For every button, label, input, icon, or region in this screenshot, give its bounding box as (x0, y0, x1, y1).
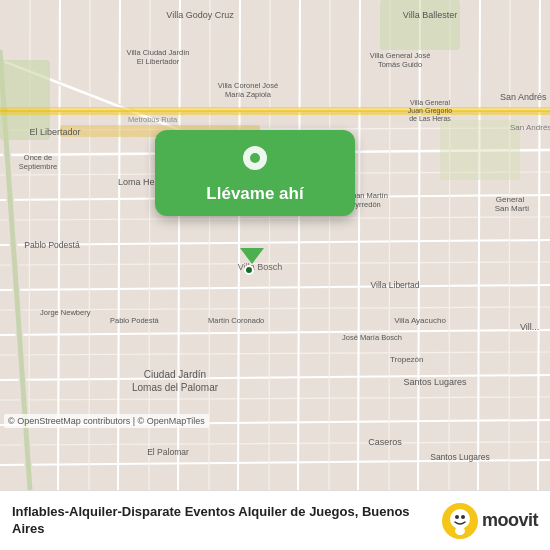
svg-text:Ciudad Jardín: Ciudad Jardín (144, 369, 206, 380)
svg-point-89 (461, 515, 465, 519)
svg-text:Jorge Newbery: Jorge Newbery (40, 308, 91, 317)
moovit-icon (442, 503, 478, 539)
svg-text:José María Bosch: José María Bosch (342, 333, 402, 342)
place-name: Inflables-Alquiler-Disparate Eventos Alq… (12, 504, 432, 538)
svg-text:María Zapiola: María Zapiola (225, 90, 272, 99)
svg-text:El Libertador: El Libertador (29, 127, 80, 137)
moovit-logo: moovit (442, 503, 538, 539)
svg-text:El Libertador: El Libertador (137, 57, 180, 66)
svg-rect-41 (380, 0, 460, 50)
svg-text:Metrobús Ruta: Metrobús Ruta (128, 115, 178, 124)
svg-text:Villa Libertad: Villa Libertad (371, 280, 420, 290)
svg-text:Villa Coronel José: Villa Coronel José (218, 81, 278, 90)
svg-text:Pablo Podestá: Pablo Podestá (24, 240, 80, 250)
popup-card[interactable]: Llévame ahí (155, 130, 355, 216)
svg-text:Santos Lugares: Santos Lugares (430, 452, 490, 462)
svg-text:Santos Lugares: Santos Lugares (403, 377, 467, 387)
popup-tail (240, 248, 264, 264)
svg-text:San Martí: San Martí (495, 204, 530, 213)
svg-text:Tropezón: Tropezón (390, 355, 424, 364)
svg-text:Martín Coronado: Martín Coronado (208, 316, 264, 325)
map-attribution: © OpenStreetMap contributors | © OpenMap… (4, 414, 209, 428)
svg-text:Juan Gregorio: Juan Gregorio (408, 107, 452, 115)
svg-text:Septiembre: Septiembre (19, 162, 57, 171)
svg-text:Villa Ayacucho: Villa Ayacucho (394, 316, 446, 325)
map-container: Villa Godoy Cruz Villa Ballester El Libe… (0, 0, 550, 490)
svg-text:Villa Ciudad Jardín: Villa Ciudad Jardín (127, 48, 190, 57)
map-location-dot (244, 265, 254, 275)
svg-point-88 (455, 515, 459, 519)
popup-label: Llévame ahí (206, 184, 303, 204)
svg-text:General: General (496, 195, 525, 204)
svg-text:El Palomar: El Palomar (147, 447, 189, 457)
svg-text:Once de: Once de (24, 153, 52, 162)
place-info: Inflables-Alquiler-Disparate Eventos Alq… (12, 504, 432, 538)
svg-text:Lomas del Palomar: Lomas del Palomar (132, 382, 219, 393)
svg-rect-42 (440, 120, 520, 180)
svg-text:San Andrés: San Andrés (500, 92, 547, 102)
svg-text:San Andrés: San Andrés (510, 123, 550, 132)
svg-text:Tomás Guido: Tomás Guido (378, 60, 422, 69)
svg-text:Caseros: Caseros (368, 437, 402, 447)
svg-text:Pablo Podestá: Pablo Podestá (110, 316, 160, 325)
svg-text:Villa General José: Villa General José (370, 51, 431, 60)
svg-text:Villa Godoy Cruz: Villa Godoy Cruz (166, 10, 234, 20)
svg-text:de Las Heras: de Las Heras (409, 115, 451, 122)
location-pin-icon (238, 144, 272, 178)
svg-text:Villa Ballester: Villa Ballester (403, 10, 457, 20)
svg-text:Villa General: Villa General (410, 99, 450, 106)
bottom-bar: Inflables-Alquiler-Disparate Eventos Alq… (0, 490, 550, 550)
svg-text:Vill...: Vill... (520, 322, 539, 332)
svg-point-85 (250, 153, 260, 163)
moovit-text: moovit (482, 510, 538, 531)
svg-point-87 (450, 509, 470, 529)
